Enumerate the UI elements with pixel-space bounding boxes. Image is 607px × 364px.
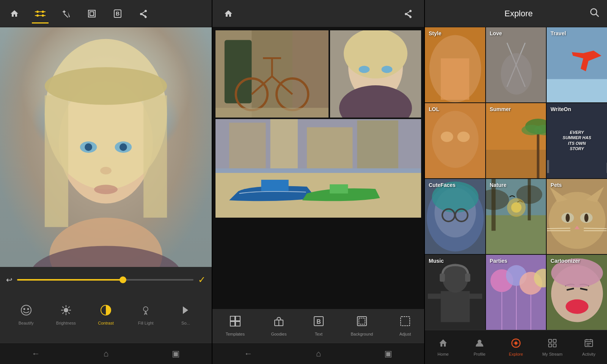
grid-item-pets[interactable]: Pets bbox=[547, 179, 607, 254]
brightness-label: Brightness bbox=[56, 321, 76, 325]
grid-item-music[interactable]: Music bbox=[425, 255, 485, 330]
svg-point-125 bbox=[566, 213, 570, 222]
nav-explore[interactable]: Explore bbox=[498, 338, 534, 356]
text-tool[interactable]: B Text bbox=[313, 315, 324, 336]
share-icon[interactable] bbox=[135, 5, 152, 22]
collage-panel: Templates Goodies B Text bbox=[212, 0, 425, 364]
explore-title: Explore bbox=[448, 9, 590, 19]
portrait-image bbox=[0, 27, 212, 267]
svg-rect-69 bbox=[230, 322, 235, 326]
collage-back-nav-icon[interactable]: ← bbox=[244, 349, 253, 359]
svg-point-149 bbox=[566, 299, 588, 314]
undo-button[interactable]: ↩ bbox=[6, 275, 13, 284]
nav-home[interactable]: Home bbox=[425, 338, 461, 356]
svg-point-26 bbox=[94, 185, 118, 194]
svg-text:B: B bbox=[116, 11, 120, 17]
collage-recents-nav-icon[interactable]: ▣ bbox=[384, 349, 392, 359]
collage-share-icon[interactable] bbox=[400, 5, 417, 22]
svg-point-92 bbox=[457, 132, 470, 142]
svg-rect-18 bbox=[45, 96, 68, 227]
grid-label-parties: Parties bbox=[490, 258, 508, 264]
grid-item-style[interactable]: Style bbox=[425, 27, 485, 102]
collage-cell-bicycle[interactable] bbox=[215, 30, 329, 118]
beautify-tool[interactable]: Beautify bbox=[6, 304, 46, 325]
confirm-button[interactable]: ✓ bbox=[198, 275, 206, 285]
collage-bottom-bar: Templates Goodies B Text bbox=[212, 309, 424, 343]
nav-profile[interactable]: Profile bbox=[461, 338, 498, 356]
brightness-tool[interactable]: Brightness bbox=[46, 304, 86, 325]
svg-point-30 bbox=[64, 308, 68, 312]
svg-rect-134 bbox=[441, 291, 470, 322]
back-nav-icon[interactable]: ← bbox=[32, 349, 40, 359]
fill-light-tool[interactable]: Fill Light bbox=[126, 304, 166, 325]
sliders-icon[interactable] bbox=[32, 5, 49, 22]
recents-nav-icon[interactable]: ▣ bbox=[172, 349, 180, 359]
grid-item-cartoonizer[interactable]: Cartoonizer bbox=[547, 255, 607, 330]
grid-label-nature: Nature bbox=[490, 182, 506, 188]
grid-item-travel[interactable]: Travel bbox=[547, 27, 607, 102]
collage-area bbox=[212, 27, 424, 309]
svg-rect-77 bbox=[401, 317, 410, 326]
svg-point-25 bbox=[100, 167, 112, 174]
beautify-label: Beautify bbox=[19, 321, 34, 325]
svg-rect-61 bbox=[270, 119, 298, 168]
svg-point-90 bbox=[432, 111, 479, 168]
nav-activity-label: Activity bbox=[582, 352, 596, 356]
svg-line-130 bbox=[584, 228, 607, 229]
templates-tool[interactable]: Templates bbox=[226, 315, 245, 336]
contrast-tool[interactable]: Contrast bbox=[86, 304, 126, 325]
grid-item-nature[interactable]: Nature bbox=[486, 179, 546, 254]
edit-nav-bar: ← ⌂ ▣ bbox=[0, 343, 212, 364]
adjust-tool[interactable]: Adjust bbox=[399, 315, 411, 336]
collage-toolbar bbox=[212, 0, 424, 27]
grid-item-love[interactable]: Love bbox=[486, 27, 546, 102]
slider-row: ↩ ✓ bbox=[6, 271, 206, 288]
beautify-icon bbox=[20, 304, 32, 318]
more-icon bbox=[180, 304, 191, 318]
nav-mystream-label: My Stream bbox=[542, 352, 562, 356]
svg-point-156 bbox=[514, 342, 517, 345]
frame-icon[interactable] bbox=[83, 5, 100, 22]
explore-header: Explore bbox=[425, 0, 607, 27]
collage-bottom-row bbox=[215, 119, 421, 218]
more-tool[interactable]: So... bbox=[166, 304, 206, 325]
svg-point-78 bbox=[591, 9, 597, 15]
collage-cell-boats[interactable] bbox=[215, 119, 421, 218]
collage-cell-portrait-small[interactable] bbox=[330, 30, 421, 118]
grid-item-lol[interactable]: LOL bbox=[425, 103, 485, 178]
svg-rect-82 bbox=[441, 58, 469, 100]
nav-mystream[interactable]: My Stream bbox=[534, 338, 571, 356]
background-tool[interactable]: Background bbox=[351, 315, 373, 336]
grid-label-summer: Summer bbox=[490, 106, 511, 112]
grid-item-parties[interactable]: Parties bbox=[486, 255, 546, 330]
svg-rect-160 bbox=[553, 344, 556, 347]
contrast-slider[interactable] bbox=[17, 279, 193, 281]
goodies-tool[interactable]: Goodies bbox=[271, 315, 286, 336]
svg-rect-10 bbox=[90, 12, 94, 16]
contrast-icon bbox=[100, 304, 112, 318]
svg-line-38 bbox=[62, 312, 64, 314]
nav-activity-icon bbox=[584, 338, 594, 350]
explore-nav-bar: Home Profile Explore bbox=[425, 330, 607, 364]
grid-label-love: Love bbox=[490, 30, 502, 36]
collage-home-icon[interactable] bbox=[220, 5, 237, 22]
svg-rect-76 bbox=[359, 318, 365, 324]
grid-label-music: Music bbox=[429, 258, 444, 264]
home-icon[interactable] bbox=[6, 5, 23, 22]
grid-label-pets: Pets bbox=[550, 182, 562, 188]
home-nav-icon[interactable]: ⌂ bbox=[104, 349, 109, 359]
wand-icon[interactable] bbox=[58, 5, 74, 22]
svg-rect-44 bbox=[225, 40, 252, 104]
grid-item-cutefaces[interactable]: CuteFaces bbox=[425, 179, 485, 254]
svg-rect-9 bbox=[88, 10, 95, 17]
svg-point-0 bbox=[36, 11, 39, 13]
edit-controls: ↩ ✓ Beautify bbox=[0, 267, 212, 343]
collage-home-nav-icon[interactable]: ⌂ bbox=[316, 349, 321, 359]
svg-rect-138 bbox=[465, 273, 470, 282]
svg-rect-70 bbox=[236, 322, 240, 326]
grid-item-writeon[interactable]: WriteOn EVERY SUMMER HAS ITS OWN STORY bbox=[547, 103, 607, 178]
nav-activity[interactable]: Activity bbox=[571, 338, 607, 356]
bold-b-icon[interactable]: B bbox=[109, 5, 126, 22]
explore-search-button[interactable] bbox=[590, 8, 599, 20]
grid-item-summer[interactable]: Summer bbox=[486, 103, 546, 178]
